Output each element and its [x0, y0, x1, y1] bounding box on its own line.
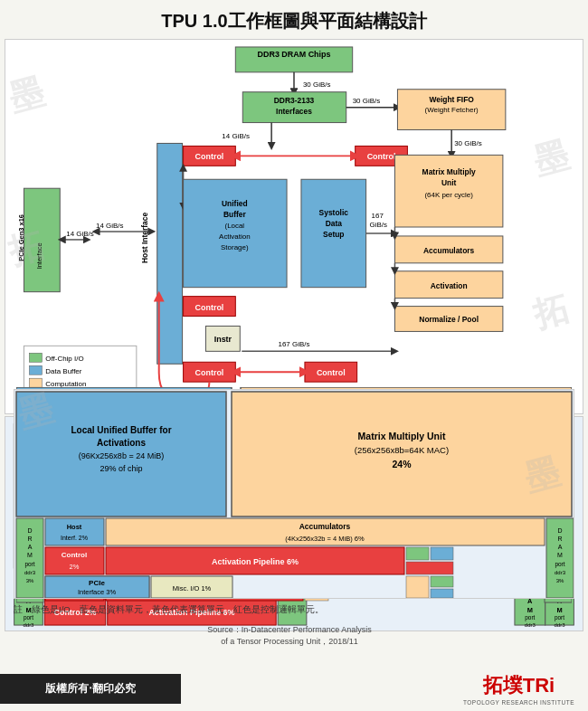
svg-rect-267: [431, 589, 453, 598]
svg-text:Instr: Instr: [214, 335, 232, 344]
svg-text:A: A: [28, 544, 33, 550]
main-container: 墨 墨 拓 拓 墨 墨 TPU 1.0工作框圖與平面結構設計 DDR3 DRAM…: [0, 0, 588, 711]
svg-text:30 GiB/s: 30 GiB/s: [454, 139, 482, 147]
svg-text:Normalize / Pool: Normalize / Pool: [419, 315, 479, 324]
svg-text:PCIe Gen3 x16: PCIe Gen3 x16: [17, 214, 25, 261]
svg-text:Activation: Activation: [431, 281, 468, 290]
page-title: TPU 1.0工作框圖與平面結構設計: [0, 0, 588, 39]
svg-text:Data Buffer: Data Buffer: [45, 367, 81, 375]
svg-text:Control: Control: [195, 152, 224, 161]
svg-text:Interface 3%: Interface 3%: [78, 588, 116, 596]
svg-text:ddr3: ddr3: [555, 622, 566, 628]
svg-text:167: 167: [372, 212, 384, 220]
architecture-diagram: DDR3 DRAM Chips 30 GiB/s DDR3-2133 Inter…: [5, 39, 583, 414]
svg-text:3%: 3%: [526, 630, 534, 631]
svg-text:3%: 3%: [26, 578, 34, 583]
svg-text:(256x256x8b=64K MAC): (256x256x8b=64K MAC): [355, 445, 449, 455]
svg-text:Accumulators: Accumulators: [299, 522, 351, 531]
svg-text:Weight FIFO: Weight FIFO: [429, 95, 474, 104]
svg-text:Accumulators: Accumulators: [423, 246, 475, 255]
svg-text:14 GiB/s: 14 GiB/s: [96, 222, 124, 230]
svg-text:Interfaces: Interfaces: [276, 107, 312, 116]
svg-text:Data: Data: [326, 219, 343, 228]
svg-text:Control: Control: [62, 551, 87, 559]
logo-area: 拓墣TRi TOPOLOGY RESEARCH INSTITUTE: [463, 672, 574, 706]
svg-text:R: R: [557, 536, 562, 542]
svg-text:M: M: [27, 552, 33, 558]
svg-text:Control: Control: [195, 368, 224, 377]
svg-text:Buffer: Buffer: [223, 210, 247, 219]
svg-text:(64K per cycle): (64K per cycle): [424, 191, 473, 199]
svg-rect-18: [24, 188, 60, 291]
svg-text:Host: Host: [67, 523, 82, 531]
svg-rect-255: [431, 547, 453, 560]
svg-text:ddr3: ddr3: [555, 570, 566, 575]
svg-text:167 GiB/s: 167 GiB/s: [279, 340, 310, 348]
svg-text:Interf. 2%: Interf. 2%: [61, 535, 88, 541]
svg-text:14 GiB/s: 14 GiB/s: [222, 132, 250, 140]
svg-text:(Local: (Local: [224, 222, 244, 230]
svg-text:ddr3: ddr3: [24, 570, 36, 575]
svg-text:PCIe: PCIe: [89, 579, 105, 587]
svg-text:Matrix Multiply Unit: Matrix Multiply Unit: [358, 431, 446, 441]
svg-rect-265: [406, 576, 429, 598]
source-text: Source：In-Datacenter Performance Analysi…: [118, 624, 461, 647]
svg-text:Storage): Storage): [221, 243, 249, 251]
svg-text:port: port: [555, 561, 564, 568]
svg-text:Local Unified Buffer for: Local Unified Buffer for: [71, 425, 171, 435]
svg-text:2%: 2%: [70, 563, 80, 571]
svg-text:GiB/s: GiB/s: [370, 221, 387, 229]
svg-text:Off-Chip I/O: Off-Chip I/O: [45, 355, 83, 363]
svg-text:14 GiB/s: 14 GiB/s: [66, 230, 94, 238]
svg-text:Matrix Multiply: Matrix Multiply: [422, 167, 476, 176]
svg-text:3%: 3%: [556, 578, 564, 583]
svg-text:DDR3-2133: DDR3-2133: [274, 96, 315, 105]
svg-text:(Weight Fetcher): (Weight Fetcher): [425, 106, 479, 114]
svg-text:Activation Pipeline 6%: Activation Pipeline 6%: [212, 557, 299, 566]
svg-rect-72: [29, 365, 42, 374]
svg-text:Misc. I/O 1%: Misc. I/O 1%: [173, 584, 212, 592]
svg-text:A: A: [558, 544, 563, 550]
svg-text:(96Kx256x8b = 24 MiB): (96Kx256x8b = 24 MiB): [79, 451, 164, 460]
svg-text:Host Interface: Host Interface: [140, 213, 149, 264]
svg-text:Control: Control: [195, 303, 224, 312]
svg-text:Interface: Interface: [35, 242, 43, 269]
svg-text:Control: Control: [367, 152, 396, 161]
svg-rect-70: [29, 353, 42, 362]
svg-rect-256: [406, 562, 453, 574]
svg-text:29% of chip: 29% of chip: [100, 464, 142, 473]
svg-text:Control: Control: [317, 368, 346, 377]
logo-subtitle: TOPOLOGY RESEARCH INSTITUTE: [463, 699, 574, 706]
svg-rect-74: [29, 378, 42, 387]
svg-text:R: R: [27, 536, 32, 542]
svg-text:Unified: Unified: [222, 199, 248, 208]
svg-text:30 GiB/s: 30 GiB/s: [353, 97, 381, 105]
svg-text:D: D: [557, 527, 562, 534]
svg-text:30 GiB/s: 30 GiB/s: [303, 81, 331, 89]
svg-text:ddr3: ddr3: [525, 622, 536, 628]
svg-text:Setup: Setup: [323, 230, 344, 239]
svg-text:M: M: [557, 552, 563, 558]
svg-text:Systolic: Systolic: [319, 208, 349, 217]
svg-text:Activation: Activation: [219, 232, 250, 241]
logo-text: 拓墣TRi: [463, 672, 574, 699]
svg-rect-266: [431, 576, 453, 587]
svg-rect-254: [406, 547, 429, 560]
svg-text:ddr3: ddr3: [24, 622, 35, 628]
svg-text:24%: 24%: [392, 459, 412, 469]
floor-plan-final: Local Unified Buffer for Activations (96…: [14, 389, 574, 599]
copyright-bar: 版權所有‧翻印必究: [0, 674, 181, 704]
svg-text:Unit: Unit: [441, 178, 457, 187]
svg-text:port: port: [24, 561, 34, 568]
svg-rect-16: [157, 143, 183, 364]
svg-text:DDR3 DRAM Chips: DDR3 DRAM Chips: [258, 50, 331, 59]
note-text: 註：綠色是I/O，藍色是資料單元，黃色代表運算單元，紅色是控制邏輯單元。: [14, 604, 574, 616]
svg-text:Activations: Activations: [97, 438, 146, 448]
svg-text:(4Kx256x32b = 4 MiB) 6%: (4Kx256x32b = 4 MiB) 6%: [285, 535, 365, 543]
svg-text:D: D: [27, 527, 32, 534]
